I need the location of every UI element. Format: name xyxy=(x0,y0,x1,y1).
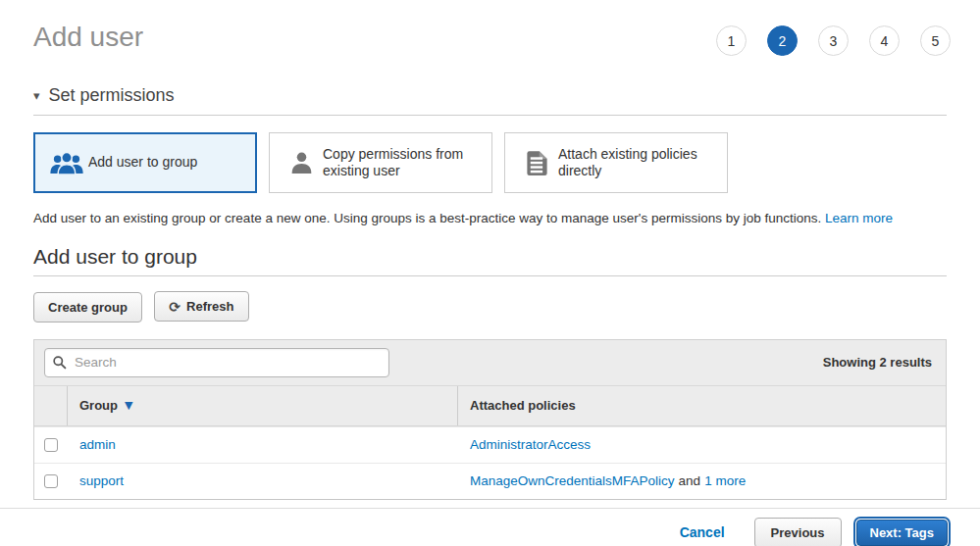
refresh-label: Refresh xyxy=(186,299,233,314)
user-icon xyxy=(280,150,323,176)
step-3[interactable]: 3 xyxy=(818,25,849,56)
row-checkbox[interactable] xyxy=(44,474,58,488)
step-2-active[interactable]: 2 xyxy=(767,25,798,56)
column-header-group[interactable]: Group ▼ xyxy=(68,386,458,425)
row-checkbox[interactable] xyxy=(44,438,58,452)
users-group-icon xyxy=(45,150,88,176)
sort-descending-icon: ▼ xyxy=(125,399,132,412)
card-label: Attach existing policies directly xyxy=(558,146,717,180)
section-description: Add user to an existing group or create … xyxy=(33,211,947,225)
group-actions: Create group ⟳ Refresh xyxy=(33,291,947,323)
add-user-wizard: Add user 1 2 3 4 5 ▾ Set permissions xyxy=(0,22,980,500)
results-count: Showing 2 results xyxy=(823,355,936,370)
cancel-link[interactable]: Cancel xyxy=(680,524,725,540)
row-checkbox-cell xyxy=(34,427,68,463)
more-policies-link[interactable]: 1 more xyxy=(704,473,746,488)
table-toolbar: Showing 2 results xyxy=(34,340,946,385)
next-button-focus-ring: Next: Tags xyxy=(853,517,952,546)
column-label: Group xyxy=(79,398,118,413)
policy-link[interactable]: AdministratorAccess xyxy=(470,437,591,452)
wizard-footer: Cancel Previous Next: Tags xyxy=(0,508,980,546)
card-add-user-to-group[interactable]: Add user to group xyxy=(33,132,257,193)
learn-more-link[interactable]: Learn more xyxy=(825,211,893,225)
group-link[interactable]: support xyxy=(79,473,124,488)
card-label: Copy permissions from existing user xyxy=(323,146,482,180)
card-attach-policies[interactable]: Attach existing policies directly xyxy=(504,132,728,193)
section-divider xyxy=(33,115,947,116)
column-label: Attached policies xyxy=(470,398,576,413)
table-row: admin AdministratorAccess xyxy=(34,426,946,463)
next-tags-button[interactable]: Next: Tags xyxy=(856,520,949,546)
search-icon xyxy=(52,355,67,373)
step-1[interactable]: 1 xyxy=(716,25,747,56)
group-link[interactable]: admin xyxy=(79,437,116,452)
document-icon xyxy=(515,150,558,176)
add-user-to-group-heading: Add user to group xyxy=(33,245,947,269)
chevron-down-icon: ▾ xyxy=(33,88,40,103)
policy-link[interactable]: ManageOwnCredentialsMFAPolicy xyxy=(470,473,675,488)
sub-section-divider xyxy=(33,275,947,276)
create-group-button[interactable]: Create group xyxy=(33,292,142,323)
groups-table: Showing 2 results Group ▼ Attached polic… xyxy=(33,339,947,500)
table-header: Group ▼ Attached policies xyxy=(34,385,946,426)
step-4[interactable]: 4 xyxy=(869,25,900,56)
search-box xyxy=(44,348,389,377)
set-permissions-section-toggle[interactable]: ▾ Set permissions xyxy=(33,85,947,106)
previous-button[interactable]: Previous xyxy=(754,518,842,546)
card-label: Add user to group xyxy=(88,154,197,172)
refresh-button[interactable]: ⟳ Refresh xyxy=(154,291,248,322)
wizard-step-indicator: 1 2 3 4 5 xyxy=(696,25,951,56)
column-header-policies: Attached policies xyxy=(458,386,946,425)
permission-option-cards: Add user to group Copy permissions from … xyxy=(33,132,947,193)
description-text: Add user to an existing group or create … xyxy=(33,211,821,225)
row-checkbox-cell xyxy=(34,464,68,499)
card-copy-permissions[interactable]: Copy permissions from existing user xyxy=(269,132,492,193)
step-5[interactable]: 5 xyxy=(920,25,951,56)
policy-join-text: and xyxy=(679,473,701,488)
section-title: Set permissions xyxy=(49,85,175,106)
search-input[interactable] xyxy=(44,348,389,377)
table-row: support ManageOwnCredentialsMFAPolicy an… xyxy=(34,463,946,499)
select-all-cell xyxy=(34,386,68,425)
refresh-icon: ⟳ xyxy=(169,300,181,314)
